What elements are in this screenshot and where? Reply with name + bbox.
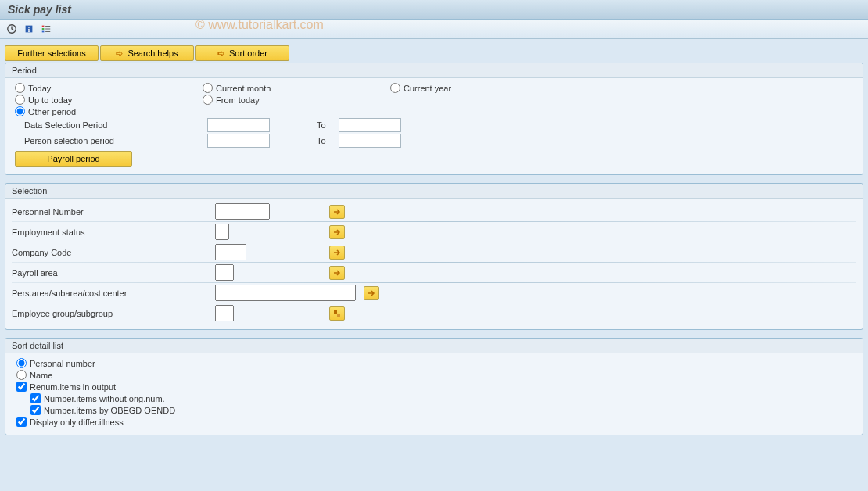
sort-detail-group: Sort detail list Personal number Name Re…	[5, 338, 863, 435]
employee-group-multi-button[interactable]	[329, 306, 345, 321]
top-button-row: Further selections ➪ Search helps ➪ Sort…	[5, 45, 863, 61]
radio-up-to-today-label: Up to today	[28, 95, 72, 105]
check-display-diff-label: Display only differ.illness	[30, 418, 124, 427]
row-payroll-area: Payroll area	[12, 264, 856, 281]
radio-today[interactable]: Today	[15, 83, 109, 93]
legend-icon[interactable]	[39, 23, 53, 35]
payroll-area-label: Payroll area	[12, 268, 215, 278]
radio-current-month-label: Current month	[216, 84, 271, 93]
radio-up-to-today[interactable]: Up to today	[15, 95, 109, 105]
check-renum-items-label: Renum.items in output	[30, 382, 116, 392]
radio-from-today[interactable]: From today	[203, 95, 296, 105]
check-by-obegd[interactable]: Number.items by OBEGD OENDD	[12, 405, 856, 415]
payroll-period-button[interactable]: Payroll period	[15, 151, 132, 167]
personnel-number-label: Personnel Number	[12, 207, 215, 217]
data-selection-to-input[interactable]	[339, 118, 401, 132]
person-selection-to-label: To	[317, 136, 326, 145]
content-area: Further selections ➪ Search helps ➪ Sort…	[0, 39, 868, 442]
payroll-area-input[interactable]	[215, 264, 234, 281]
person-selection-label: Person selection period	[12, 136, 207, 145]
radio-today-label: Today	[28, 84, 51, 93]
selection-title: Selection	[5, 184, 863, 199]
radio-other-period[interactable]: Other period	[15, 106, 109, 116]
company-code-label: Company Code	[12, 248, 215, 257]
radio-personal-number-label: Personal number	[30, 359, 95, 368]
execute-icon[interactable]	[5, 23, 19, 35]
company-code-multi-button[interactable]	[329, 246, 345, 260]
watermark: © www.tutorialkart.com	[195, 18, 324, 32]
svg-rect-9	[334, 310, 337, 314]
sort-order-label: Sort order	[229, 48, 267, 58]
employment-status-input[interactable]	[215, 224, 229, 240]
radio-from-today-label: From today	[216, 95, 260, 105]
pers-area-label: Pers.area/subarea/cost center	[12, 289, 215, 298]
employee-group-label: Employee group/subgroup	[12, 309, 215, 318]
period-title: Period	[5, 63, 863, 78]
svg-rect-10	[337, 314, 340, 317]
radio-personal-number[interactable]: Personal number	[12, 358, 856, 368]
check-renum-items[interactable]: Renum.items in output	[12, 382, 856, 392]
data-selection-label: Data Selection Period	[12, 120, 207, 130]
page-title-text: Sick pay list	[8, 3, 71, 16]
company-code-input[interactable]	[215, 244, 246, 260]
radio-name-label: Name	[30, 371, 52, 380]
info-icon[interactable]: i	[22, 23, 36, 35]
person-selection-from-input[interactable]	[207, 134, 270, 148]
radio-current-year-label: Current year	[404, 84, 451, 93]
employment-status-multi-button[interactable]	[329, 225, 345, 239]
row-personnel-number: Personnel Number	[12, 203, 856, 220]
check-by-obegd-label: Number.items by OBEGD OENDD	[44, 406, 175, 415]
page-title: Sick pay list	[0, 0, 868, 20]
radio-name[interactable]: Name	[12, 370, 856, 380]
search-helps-button[interactable]: ➪ Search helps	[100, 45, 194, 61]
payroll-area-multi-button[interactable]	[329, 266, 345, 280]
radio-other-period-label: Other period	[28, 107, 76, 116]
arrow-right-icon: ➪	[217, 48, 224, 59]
further-selections-label: Further selections	[17, 48, 85, 58]
svg-rect-5	[42, 31, 45, 33]
selection-group: Selection Personnel Number Employment st…	[5, 183, 863, 330]
personnel-number-multi-button[interactable]	[329, 205, 345, 219]
personnel-number-input[interactable]	[215, 203, 270, 220]
data-selection-to-label: To	[317, 120, 326, 130]
radio-current-year[interactable]: Current year	[390, 83, 484, 93]
employment-status-label: Employment status	[12, 228, 215, 237]
employee-group-input[interactable]	[215, 305, 234, 321]
check-display-diff[interactable]: Display only differ.illness	[12, 417, 856, 427]
svg-rect-4	[42, 28, 45, 30]
sort-order-button[interactable]: ➪ Sort order	[195, 45, 289, 61]
search-helps-label: Search helps	[127, 48, 178, 58]
check-without-orig[interactable]: Number.items without orig.num.	[12, 393, 856, 403]
row-employment-status: Employment status	[12, 224, 856, 240]
radio-current-month[interactable]: Current month	[203, 83, 296, 93]
person-selection-to-input[interactable]	[339, 134, 401, 148]
row-pers-area: Pers.area/subarea/cost center	[12, 285, 856, 301]
payroll-period-label: Payroll period	[47, 154, 99, 163]
period-group: Period Today Current month Current year …	[5, 63, 863, 175]
row-company-code: Company Code	[12, 244, 856, 260]
svg-rect-3	[42, 26, 45, 27]
pers-area-multi-button[interactable]	[364, 286, 379, 300]
data-selection-from-input[interactable]	[207, 118, 270, 132]
pers-area-input[interactable]	[215, 285, 356, 301]
arrow-right-icon: ➪	[116, 48, 123, 59]
sort-detail-title: Sort detail list	[5, 339, 863, 353]
check-without-orig-label: Number.items without orig.num.	[44, 394, 165, 403]
row-employee-group: Employee group/subgroup	[12, 305, 856, 321]
toolbar: i © www.tutorialkart.com	[0, 20, 868, 39]
further-selections-button[interactable]: Further selections	[5, 45, 99, 61]
